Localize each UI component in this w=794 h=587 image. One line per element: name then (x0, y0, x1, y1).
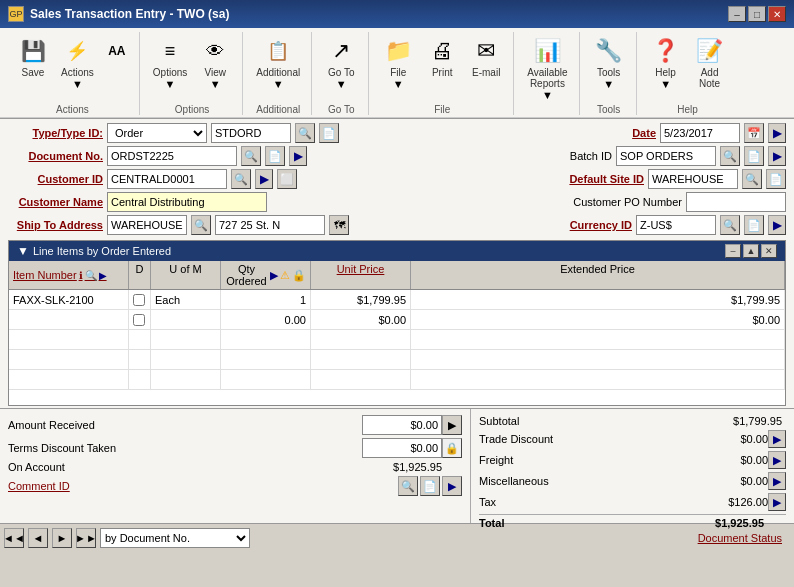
shiptoaddress-input[interactable] (107, 215, 187, 235)
view-button[interactable]: 👁 View ▼ (194, 32, 236, 93)
additional-button[interactable]: 📋 Additional ▼ (251, 32, 305, 93)
col-item-number[interactable]: Item Number ℹ 🔍 ▶ (9, 261, 129, 289)
maximize-button[interactable]: □ (748, 6, 766, 22)
close-button[interactable]: ✕ (768, 6, 786, 22)
terms-discount-btn[interactable]: 🔒 (442, 438, 462, 458)
tax-arrow-btn[interactable]: ▶ (768, 493, 786, 511)
file-button[interactable]: 📁 File ▼ (377, 32, 419, 93)
minimize-button[interactable]: – (728, 6, 746, 22)
cell-uprice-2[interactable]: $0.00 (311, 310, 411, 329)
help-button[interactable]: ❓ Help ▼ (645, 32, 687, 93)
docno-open-btn[interactable]: 📄 (265, 146, 285, 166)
customerid-arrow-btn[interactable]: ▶ (255, 169, 273, 189)
cell-d-2[interactable] (129, 310, 151, 329)
cell-qty-2[interactable]: 0.00 (221, 310, 311, 329)
email-button[interactable]: ✉ E-mail (465, 32, 507, 81)
commentid-arrow-btn[interactable]: ▶ (442, 476, 462, 496)
checkbox-d-1[interactable] (133, 294, 145, 306)
cell-item-1[interactable]: FAXX-SLK-2100 (9, 290, 129, 309)
available-reports-button[interactable]: 📊 Available Reports ▼ (522, 32, 572, 104)
item-info-icon[interactable]: ℹ (79, 270, 83, 281)
cell-qty-1[interactable]: 1 (221, 290, 311, 309)
defaultsite-open-btn[interactable]: 📄 (766, 169, 786, 189)
currencyid-input[interactable] (636, 215, 716, 235)
terms-discount-input[interactable] (362, 438, 442, 458)
typeid-lookup-btn[interactable]: 🔍 (295, 123, 315, 143)
customerid-label[interactable]: Customer ID (8, 173, 103, 185)
item-arrow-icon[interactable]: ▶ (99, 270, 107, 281)
batchid-arrow-btn[interactable]: ▶ (768, 146, 786, 166)
date-arrow-btn[interactable]: ▶ (768, 123, 786, 143)
amount-received-btn[interactable]: ▶ (442, 415, 462, 435)
cell-uom-2[interactable] (151, 310, 221, 329)
docno-arrow-btn[interactable]: ▶ (289, 146, 307, 166)
amount-received-input[interactable] (362, 415, 442, 435)
nav-prev-btn[interactable]: ◄ (28, 528, 48, 548)
defaultsite-label[interactable]: Default Site ID (554, 173, 644, 185)
shiptoaddress-label[interactable]: Ship To Address (8, 219, 103, 231)
cell-uom-1[interactable]: Each (151, 290, 221, 309)
grid-ctrl-2[interactable]: ▲ (743, 244, 759, 258)
grid-collapse-btn[interactable]: ▼ (17, 244, 29, 258)
document-no-input[interactable] (107, 146, 237, 166)
sort-by-select[interactable]: by Document No. (100, 528, 250, 548)
date-picker-btn[interactable]: 📅 (744, 123, 764, 143)
grid-ctrl-3[interactable]: ✕ (761, 244, 777, 258)
col-unit-price[interactable]: Unit Price (311, 261, 411, 289)
shipto-map-btn[interactable]: 🗺 (329, 215, 349, 235)
print-icon: 🖨 (426, 35, 458, 67)
tools-button[interactable]: 🔧 Tools ▼ (588, 32, 630, 93)
goto-button[interactable]: ↗ Go To ▼ (320, 32, 362, 93)
actions-button[interactable]: ⚡ Actions ▼ (56, 32, 99, 93)
customerid-lookup-btn[interactable]: 🔍 (231, 169, 251, 189)
batchid-input[interactable] (616, 146, 716, 166)
currencyid-arrow-btn[interactable]: ▶ (768, 215, 786, 235)
qty-warning-icon[interactable]: ⚠ (280, 269, 290, 282)
freight-arrow-btn[interactable]: ▶ (768, 451, 786, 469)
add-note-button[interactable]: 📝 Add Note (689, 32, 731, 92)
document-no-label[interactable]: Document No. (8, 150, 103, 162)
commentid-lookup-btn[interactable]: 🔍 (398, 476, 418, 496)
type-select[interactable]: Order (107, 123, 207, 143)
docno-lookup-btn[interactable]: 🔍 (241, 146, 261, 166)
misc-arrow-btn[interactable]: ▶ (768, 472, 786, 490)
batchid-lookup-btn[interactable]: 🔍 (720, 146, 740, 166)
typeid-input[interactable] (211, 123, 291, 143)
nav-last-btn[interactable]: ►► (76, 528, 96, 548)
date-label[interactable]: Date (616, 127, 656, 139)
customerid-input[interactable] (107, 169, 227, 189)
cell-item-2[interactable] (9, 310, 129, 329)
shipto-address2-input[interactable] (215, 215, 325, 235)
trade-discount-label: Trade Discount (479, 433, 579, 445)
currencyid-lookup-btn[interactable]: 🔍 (720, 215, 740, 235)
shipto-lookup-btn[interactable]: 🔍 (191, 215, 211, 235)
save-button[interactable]: 💾 Save (12, 32, 54, 81)
defaultsite-lookup-btn[interactable]: 🔍 (742, 169, 762, 189)
nav-next-btn[interactable]: ► (52, 528, 72, 548)
grid-ctrl-1[interactable]: – (725, 244, 741, 258)
cell-uprice-1[interactable]: $1,799.95 (311, 290, 411, 309)
customername-input[interactable] (107, 192, 267, 212)
print-button[interactable]: 🖨 Print (421, 32, 463, 81)
customerid-expand-btn[interactable]: ⬜ (277, 169, 297, 189)
checkbox-d-2[interactable] (133, 314, 145, 326)
item-lookup-icon[interactable]: 🔍 (85, 270, 97, 281)
currencyid-label[interactable]: Currency ID (552, 219, 632, 231)
nav-first-btn[interactable]: ◄◄ (4, 528, 24, 548)
defaultsite-input[interactable] (648, 169, 738, 189)
type-typeid-label[interactable]: Type/Type ID: (8, 127, 103, 139)
cell-d-1[interactable] (129, 290, 151, 309)
qty-lock-icon[interactable]: 🔒 (292, 269, 306, 282)
document-status-link[interactable]: Document Status (698, 532, 782, 544)
typeid-open-btn[interactable]: 📄 (319, 123, 339, 143)
currencyid-open-btn[interactable]: 📄 (744, 215, 764, 235)
comment-id-label[interactable]: Comment ID (8, 480, 138, 492)
customerpo-input[interactable] (686, 192, 786, 212)
commentid-open-btn[interactable]: 📄 (420, 476, 440, 496)
options-button[interactable]: ≡ Options ▼ (148, 32, 192, 93)
aa-button[interactable]: AA (101, 36, 133, 66)
batchid-open-btn[interactable]: 📄 (744, 146, 764, 166)
trade-discount-arrow-btn[interactable]: ▶ (768, 430, 786, 448)
qty-arrow-icon[interactable]: ▶ (270, 269, 278, 282)
date-input[interactable] (660, 123, 740, 143)
